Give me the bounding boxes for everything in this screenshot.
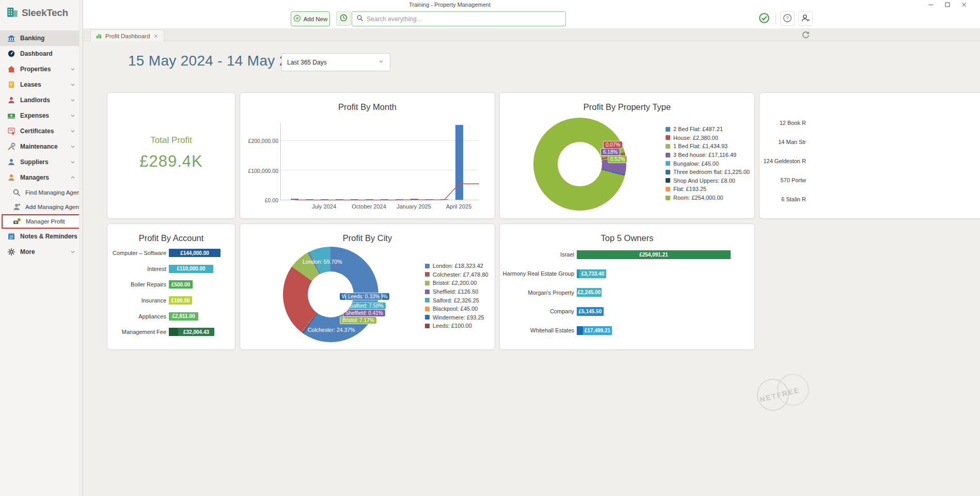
more-icon (7, 248, 15, 256)
validate-button[interactable] (757, 11, 771, 26)
sidebar-item-label: Banking (20, 35, 44, 42)
minimize-icon[interactable] (927, 1, 935, 8)
legend-item: Salford: £2,326.25 (425, 296, 488, 305)
manager-profit-icon (13, 217, 21, 226)
user-menu-button[interactable] (798, 11, 813, 26)
landlord-icon (7, 96, 15, 104)
bar-value: £500.00 (169, 280, 193, 289)
donut-callout-label: Bristol: 7.17% (340, 317, 376, 324)
user-icon (801, 13, 810, 24)
bar-row: 14 Man Str (760, 133, 809, 152)
bar-label: 12 Book R (760, 120, 809, 126)
chevron-down-icon (69, 158, 76, 167)
sidebar-item-properties[interactable]: Properties (0, 61, 83, 77)
legend-swatch (425, 281, 430, 285)
bar-row: Insurance£100.00 (107, 293, 232, 309)
sidebar-item-find-managing-agent[interactable]: Find Managing Agent (0, 185, 83, 200)
sidebar-item-managers[interactable]: Managers (0, 170, 83, 185)
close-icon[interactable] (960, 1, 968, 8)
sidebar-item-maintenance[interactable]: Maintenance (0, 139, 83, 154)
refresh-icon[interactable] (801, 30, 810, 39)
donut-callout-label: Salford: 7.58% (347, 302, 386, 309)
bar-row: Harmony Real Estate Group£3,733.40 (500, 264, 751, 283)
add-new-label: Add New (304, 16, 328, 22)
x-axis-label: January 2025 (393, 203, 435, 210)
legend-swatch (425, 315, 430, 319)
legend-label: Sheffield: £126.50 (433, 289, 478, 295)
donut-hole (558, 142, 602, 186)
bar-lead-segment (577, 326, 583, 335)
bar-lead-segment (169, 328, 178, 336)
sidebar-item-leases[interactable]: Leases (0, 77, 83, 92)
donut-callout-label: Leeds: 0.33% (346, 293, 382, 300)
legend-label: Flat: £193.25 (673, 186, 706, 192)
legend-swatch (666, 178, 670, 183)
maintenance-icon (7, 142, 15, 151)
legend-label: Bristol: £2,200.00 (433, 280, 477, 286)
bar-row: Whitehall Estates£17,499.21 (500, 321, 751, 340)
maximize-icon[interactable] (944, 1, 951, 8)
chevron-down-icon (377, 58, 385, 67)
sidebar-item-banking[interactable]: Banking (0, 30, 83, 46)
search-input[interactable] (367, 15, 561, 23)
donut-slice-label: London: 59.70% (303, 259, 342, 265)
add-new-button[interactable]: Add New (291, 11, 330, 26)
titlebar: Training - Property Management (83, 0, 980, 9)
watermark-circle (773, 371, 812, 409)
bar-value: £32,004.43 (178, 328, 214, 336)
tab-profit-dashboard[interactable]: Profit Dashboard (90, 29, 164, 42)
bar-label: Management Fee (107, 329, 169, 335)
search-icon (12, 188, 21, 197)
logo-building-icon (6, 6, 19, 20)
sidebar-item-landlords[interactable]: Landlords (0, 92, 83, 108)
sidebar-item-label: More (20, 248, 35, 255)
sidebar-item-manager-profit[interactable]: Manager Profit (2, 214, 81, 229)
bank-icon (7, 34, 15, 42)
watermark-text: NETFREE (759, 386, 801, 404)
bar-row: Morgan's Property£2,245.00 (500, 283, 751, 302)
sidebar-item-label: Add Managing Agent (25, 204, 81, 210)
toolbar: Add New ? (83, 9, 980, 28)
sidebar-item-expenses[interactable]: Expenses (0, 108, 83, 123)
tab-label: Profit Dashboard (105, 33, 150, 39)
sidebar-item-add-managing-agent[interactable]: Add Managing Agent (0, 200, 83, 214)
top-5-owners-card: Top 5 Owners Israel£254,091.21Harmony Re… (499, 223, 755, 350)
svg-text:?: ? (786, 15, 788, 21)
bar-label: 14 Man Str (760, 139, 809, 145)
sidebar-item-label: Dashboard (20, 50, 53, 57)
app-window: Training - Property Management Add New ? (0, 0, 980, 496)
chevron-down-icon (69, 66, 76, 74)
period-filter-dropdown[interactable]: Last 365 Days (281, 53, 390, 71)
legend-item: 1 Bed Flat: £1,434.93 (666, 142, 750, 151)
chart-title: Top 5 Owners (500, 233, 754, 243)
sidebar-item-more[interactable]: More (0, 244, 83, 260)
donut-slice-label: Colchester: 24.37% (308, 327, 355, 333)
sidebar-item-certificates[interactable]: Certificates (0, 123, 83, 139)
notes-icon (7, 232, 15, 241)
sidebar-item-notes-reminders[interactable]: Notes & Reminders (0, 229, 83, 244)
dashboard-content: 15 May 2024 - 14 May 2025 Last 365 Days … (83, 41, 980, 496)
bar-label: Israel (500, 251, 577, 258)
sidebar-item-label: Expenses (20, 112, 49, 119)
history-button[interactable] (336, 11, 351, 26)
clipped-property-card: 12 Book R14 Man Str124 Geldeston R570 Po… (759, 92, 980, 219)
donut-percentage-label: 91.73% (559, 168, 578, 174)
leases-icon (7, 81, 15, 89)
legend-item: Colchester: £7,478.80 (425, 270, 488, 279)
sidebar-item-suppliers[interactable]: Suppliers (0, 154, 83, 170)
bar: £5,145.50 (577, 307, 604, 316)
bar: £254,091.21 (577, 250, 731, 259)
donut-callout-label: 0.52% (608, 156, 627, 163)
x-axis-label: April 2025 (438, 203, 480, 210)
bar-value: £2,245.00 (577, 288, 602, 297)
tab-close-icon[interactable] (153, 33, 159, 39)
donut-callout-label: Sheffield: 0.41% (343, 310, 385, 316)
sidebar: SleekTech BankingDashboardPropertiesLeas… (0, 0, 83, 496)
watermark-circle (753, 375, 792, 414)
search-box (352, 11, 566, 26)
help-button[interactable]: ? (780, 11, 795, 26)
app-logo: SleekTech (0, 0, 83, 26)
sidebar-item-dashboard[interactable]: Dashboard (0, 46, 83, 61)
bar-value: £5,145.50 (577, 307, 604, 316)
bar: £32,004.43 (169, 328, 214, 336)
